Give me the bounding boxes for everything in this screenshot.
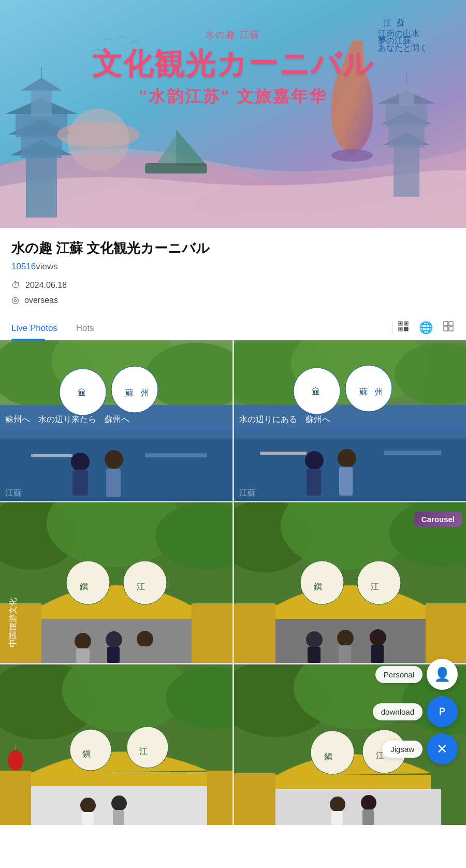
svg-rect-155	[362, 809, 374, 825]
svg-rect-64	[145, 453, 207, 457]
svg-point-81	[338, 449, 356, 468]
svg-rect-63	[31, 454, 72, 457]
svg-text:蘇: 蘇	[125, 388, 134, 397]
photo-zhenjiang-1[interactable]: 鎭 江 中国旅游文化	[0, 502, 232, 663]
qr-icon[interactable]	[397, 320, 410, 336]
svg-point-154	[361, 795, 376, 811]
svg-text:州: 州	[141, 388, 149, 397]
hero-subtitle: 水の趣 江蘇	[0, 28, 466, 41]
personal-label[interactable]: Personal	[375, 666, 423, 683]
download-row: download Ｐ	[373, 696, 458, 727]
svg-rect-151	[275, 789, 441, 825]
svg-point-103	[137, 631, 153, 647]
views-label: views	[36, 262, 58, 271]
svg-rect-5	[21, 135, 62, 158]
jigsaw-label[interactable]: Jigsaw	[382, 741, 423, 758]
carousel-badge: Carousel	[414, 512, 462, 527]
svg-rect-60	[72, 470, 88, 496]
jigsaw-row: Jigsaw ✕	[382, 733, 458, 764]
svg-point-137	[80, 798, 96, 813]
svg-rect-44	[444, 327, 448, 331]
svg-point-59	[71, 453, 90, 471]
photo-suzhou-2[interactable]: 水の辺りにある 蘇州へ 🏛 蘇 州 江蘇	[234, 340, 467, 501]
hero-title-jp: 文化観光カーニバル	[0, 44, 466, 84]
svg-text:蘇: 蘇	[397, 19, 405, 27]
location-row: ◎ overseas	[11, 295, 455, 306]
svg-text:🏛: 🏛	[78, 388, 86, 397]
svg-rect-34	[400, 323, 401, 324]
svg-rect-39	[406, 329, 408, 331]
svg-text:🏛: 🏛	[312, 387, 320, 396]
svg-point-117	[306, 631, 323, 648]
svg-text:州: 州	[375, 387, 383, 396]
svg-text:中国旅游文化: 中国旅游文化	[8, 598, 17, 647]
svg-point-93	[123, 561, 167, 604]
svg-point-135	[8, 750, 23, 771]
svg-rect-43	[449, 322, 453, 326]
svg-point-79	[305, 451, 324, 470]
svg-rect-118	[308, 647, 321, 663]
hero-banner: 江 蘇 江南の山水 夢の江蘇 あなたと開く 水の趣 江蘇 文化観光カーニバル "…	[0, 0, 466, 228]
svg-rect-114	[234, 603, 275, 663]
svg-point-121	[370, 629, 386, 646]
photo-suzhou-1[interactable]: 蘇州へ 水の辺り来たら 蘇州へ 🏛 蘇 州 江蘇	[0, 340, 232, 501]
location-icon: ◎	[11, 295, 19, 306]
tab-group: Live Photos Hots	[11, 316, 392, 340]
svg-point-119	[337, 630, 354, 646]
svg-point-152	[330, 797, 345, 812]
clock-icon: ⏱	[11, 280, 20, 291]
svg-point-146	[311, 731, 354, 774]
tab-live-photos[interactable]: Live Photos	[11, 316, 68, 340]
svg-rect-153	[331, 811, 343, 825]
svg-rect-120	[339, 645, 351, 663]
info-section: 水の趣 江蘇 文化観光カーニバル 10516views ⏱ 2024.06.18…	[0, 228, 466, 306]
svg-rect-82	[339, 467, 353, 496]
close-button[interactable]: ✕	[427, 733, 458, 764]
svg-text:江: 江	[139, 747, 148, 756]
photo-zhenjiang-3[interactable]: 鎭 江	[0, 664, 232, 825]
svg-rect-133	[207, 771, 232, 825]
svg-text:江: 江	[383, 19, 391, 27]
svg-point-110	[300, 561, 344, 604]
download-label[interactable]: download	[373, 703, 423, 720]
svg-rect-40	[404, 329, 406, 331]
svg-text:鎭: 鎭	[314, 582, 322, 591]
svg-rect-100	[76, 648, 90, 663]
svg-text:鎭: 鎭	[324, 752, 332, 761]
views-count: 10516	[11, 262, 36, 271]
svg-text:江蘇: 江蘇	[5, 488, 22, 497]
svg-rect-41	[406, 327, 408, 329]
svg-text:鎭: 鎭	[80, 582, 88, 591]
svg-rect-45	[449, 327, 453, 331]
svg-point-128	[70, 729, 111, 771]
date-value: 2024.06.18	[25, 281, 67, 290]
svg-rect-84	[384, 451, 441, 455]
svg-point-61	[105, 450, 123, 469]
location-value: overseas	[24, 296, 58, 305]
svg-rect-83	[260, 452, 307, 455]
globe-icon[interactable]: 🌐	[419, 321, 433, 335]
photo-zhenjiang-2[interactable]: 鎭 江 Carousel	[234, 502, 467, 663]
svg-point-25	[67, 109, 129, 171]
grid-icon[interactable]	[442, 320, 455, 336]
svg-point-76	[345, 365, 392, 412]
p-button[interactable]: Ｐ	[427, 696, 458, 727]
page-title: 水の趣 江蘇 文化観光カーニバル	[11, 239, 455, 257]
svg-point-91	[66, 561, 110, 604]
svg-rect-18	[388, 124, 425, 148]
svg-rect-102	[107, 647, 120, 663]
svg-point-130	[127, 727, 168, 768]
svg-rect-127	[31, 772, 207, 788]
svg-point-101	[106, 631, 122, 648]
svg-rect-138	[82, 812, 94, 825]
tabs-section: Live Photos Hots 🌐	[0, 316, 466, 340]
fab-area: Personal 👤 download Ｐ Jigsaw ✕	[373, 659, 458, 764]
tab-hots[interactable]: Hots	[76, 316, 105, 340]
svg-rect-145	[275, 775, 431, 790]
personal-button[interactable]: 👤	[427, 659, 458, 690]
svg-rect-16	[394, 145, 419, 197]
svg-rect-35	[405, 323, 407, 324]
svg-point-15	[331, 149, 373, 162]
svg-rect-132	[0, 771, 31, 825]
info-meta: ⏱ 2024.06.18 ◎ overseas	[11, 280, 455, 306]
